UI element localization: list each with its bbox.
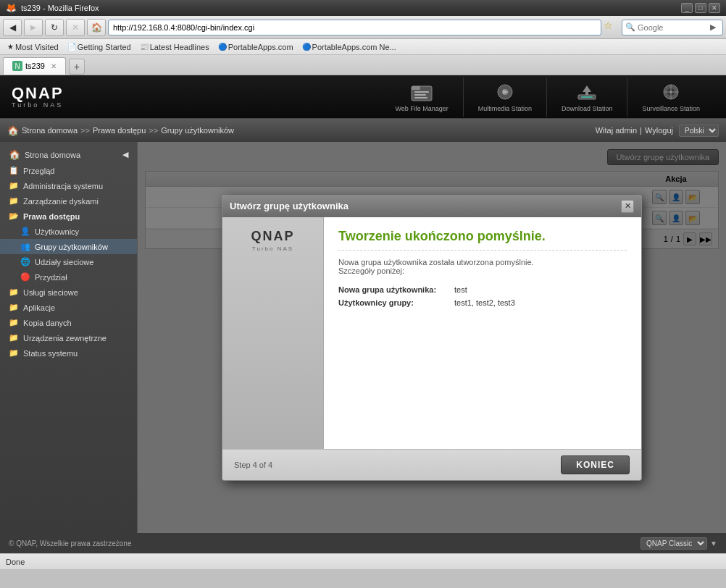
status-bar: Done	[0, 553, 726, 569]
modal-title: Utwórz grupę użytkownika	[230, 201, 349, 211]
modal-detail-group-value: test	[454, 285, 467, 294]
footer-copyright: © QNAP, Wszelkie prawa zastrzeżone	[9, 539, 131, 547]
bookmark-item-getting-started[interactable]: 📄 Getting Started	[64, 43, 134, 51]
admin-icon: 📁	[9, 181, 19, 190]
modal-logo-sub: Turbo NAS	[252, 245, 293, 252]
bookmark-item-portableapps-ne[interactable]: 🔵 PortableApps.com Ne...	[299, 43, 399, 51]
sidebar-item-quota[interactable]: 🔴 Przydział	[0, 269, 137, 285]
modal-titlebar: Utwórz grupę użytkownika ✕	[222, 196, 641, 217]
theme-selector[interactable]: QNAP Classic	[641, 537, 707, 550]
create-group-modal: Utwórz grupę użytkownika ✕ QNAP Turbo NA…	[222, 195, 642, 481]
koniec-button[interactable]: KONIEC	[561, 455, 630, 474]
apps-icon: 📁	[9, 303, 19, 312]
maximize-button[interactable]: □	[695, 3, 706, 13]
getting-started-icon: 📄	[67, 43, 76, 51]
qnap-header: QNAP Turbo NAS Web File Manager	[0, 75, 726, 119]
breadcrumb-part3: Grupy użytkowników	[161, 126, 234, 135]
close-button[interactable]: ✕	[709, 3, 720, 13]
reload-button[interactable]: ↻	[45, 19, 64, 36]
sidebar-item-home[interactable]: 🏠 Strona domowa ◀	[0, 146, 137, 163]
theme-dropdown-icon: ▼	[710, 539, 717, 547]
search-submit-icon[interactable]: ▶	[710, 22, 716, 32]
sidebar-item-disks[interactable]: 📁 Zarządzanie dyskami	[0, 193, 137, 209]
modal-detail-users: Użytkownicy grupy: test1, test2, test3	[338, 298, 627, 307]
sidebar-item-access[interactable]: 📂 Prawa dostępu	[0, 209, 137, 224]
home-button[interactable]: 🏠	[87, 19, 106, 36]
bookmarks-bar: ★ Most Visited 📄 Getting Started 📰 Lates…	[0, 39, 726, 55]
modal-detail-group-label: Nowa grupa użytkownika:	[338, 285, 454, 294]
search-input[interactable]	[638, 23, 710, 32]
logout-link[interactable]: Wyloguj	[645, 126, 673, 135]
sidebar: 🏠 Strona domowa ◀ 📋 Przegląd 📁 Administr…	[0, 142, 138, 533]
modal-success-title: Tworzenie ukończono pomyślnie.	[338, 229, 627, 251]
main-content: Utwórz grupę użytkownika Akcja 🔍	[138, 142, 726, 533]
access-icon: 📂	[9, 211, 19, 221]
sidebar-item-shares[interactable]: 🌐 Udziały sieciowe	[0, 254, 137, 269]
sidebar-item-status[interactable]: 📁 Status systemu	[0, 345, 137, 361]
sidebar-item-groups[interactable]: 👥 Grupy użytkowników	[0, 239, 137, 254]
nav-surveillance-station[interactable]: Surveillance Station	[627, 77, 714, 117]
address-bar[interactable]	[108, 20, 601, 35]
modal-detail-users-label: Użytkownicy grupy:	[338, 298, 454, 307]
modal-desc-line1: Nowa grupa użytkownika została utworzona…	[338, 258, 627, 275]
status-text: Done	[6, 558, 25, 566]
portableapps-icon: 🔵	[218, 43, 227, 51]
bookmark-item-portableapps[interactable]: 🔵 PortableApps.com	[215, 43, 296, 51]
bookmark-item-most-visited[interactable]: ★ Most Visited	[4, 43, 62, 51]
breadcrumb-home[interactable]: Strona domowa	[22, 126, 78, 135]
headlines-icon: 📰	[140, 43, 149, 51]
titlebar-controls: _ □ ✕	[681, 3, 720, 13]
qnap-app: QNAP Turbo NAS Web File Manager	[0, 75, 726, 553]
svg-rect-2	[414, 91, 429, 93]
network-services-icon: 📁	[9, 287, 19, 297]
back-button[interactable]: ◀	[3, 19, 22, 36]
modal-logo-text: QNAP	[251, 229, 294, 244]
svg-marker-10	[583, 85, 591, 92]
tab-bar: N ts239 ✕ +	[0, 55, 726, 75]
qnap-logo-text: QNAP	[12, 85, 64, 101]
groups-icon: 👥	[20, 242, 30, 251]
backup-icon: 📁	[9, 318, 19, 327]
breadcrumb-part2[interactable]: Prawa dostępu	[93, 126, 146, 135]
browser-toolbar: ◀ ▶ ↻ ✕ 🏠 ☆ 🔍 ▶	[0, 16, 726, 39]
forward-button[interactable]: ▶	[24, 19, 43, 36]
tab-close-button[interactable]: ✕	[51, 62, 57, 70]
status-icon: 📁	[9, 348, 19, 358]
nav-multimedia-station[interactable]: Multimedia Station	[464, 77, 547, 117]
bookmark-item-headlines[interactable]: 📰 Latest Headlines	[137, 43, 212, 51]
stop-button[interactable]: ✕	[66, 19, 85, 36]
modal-footer: Step 4 of 4 KONIEC	[222, 449, 641, 480]
nav-web-file-manager[interactable]: Web File Manager	[380, 77, 463, 117]
browser-title: ts239 - Mozilla Firefox	[21, 4, 99, 12]
svg-rect-11	[585, 92, 588, 95]
svg-rect-9	[581, 96, 593, 98]
tab-favicon: N	[12, 61, 22, 71]
sidebar-item-admin[interactable]: 📁 Administracja systemu	[0, 178, 137, 193]
nav-download-station[interactable]: Download Station	[547, 77, 628, 117]
sidebar-item-users[interactable]: 👤 Użytkownicy	[0, 224, 137, 239]
home-folder-icon: 🏠	[9, 149, 20, 160]
nav-multimedia-station-label: Multimedia Station	[478, 105, 532, 112]
sidebar-item-external-devices[interactable]: 📁 Urządzenia zewnętrzne	[0, 330, 137, 345]
sidebar-item-overview[interactable]: 📋 Przegląd	[0, 163, 137, 178]
bookmark-star[interactable]: ☆	[604, 20, 619, 35]
modal-body: QNAP Turbo NAS Tworzenie ukończono pomyś…	[222, 217, 641, 449]
language-selector[interactable]: Polski	[679, 125, 719, 137]
shares-icon: 🌐	[20, 257, 30, 266]
qnap-footer: © QNAP, Wszelkie prawa zastrzeżone QNAP …	[0, 533, 726, 553]
sidebar-item-backup[interactable]: 📁 Kopia danych	[0, 315, 137, 330]
tab-ts239[interactable]: N ts239 ✕	[3, 57, 66, 75]
sidebar-item-apps[interactable]: 📁 Aplikacje	[0, 300, 137, 315]
qnap-nav: Web File Manager Multimedia Station Down…	[380, 77, 714, 117]
sidebar-item-network-services[interactable]: 📁 Usługi sieciowe	[0, 285, 137, 300]
qnap-body: 🏠 Strona domowa ◀ 📋 Przegląd 📁 Administr…	[0, 142, 726, 533]
new-tab-button[interactable]: +	[69, 59, 85, 75]
minimize-button[interactable]: _	[681, 3, 693, 13]
browser-favicon: 🦊	[6, 3, 17, 13]
footer-right: QNAP Classic ▼	[641, 537, 717, 550]
breadcrumb: 🏠 Strona domowa >> Prawa dostępu >> Grup…	[7, 125, 590, 136]
svg-rect-3	[414, 94, 426, 96]
collapse-icon: ◀	[122, 150, 128, 159]
admin-text: Witaj admin	[596, 126, 637, 135]
modal-close-button[interactable]: ✕	[621, 200, 634, 213]
